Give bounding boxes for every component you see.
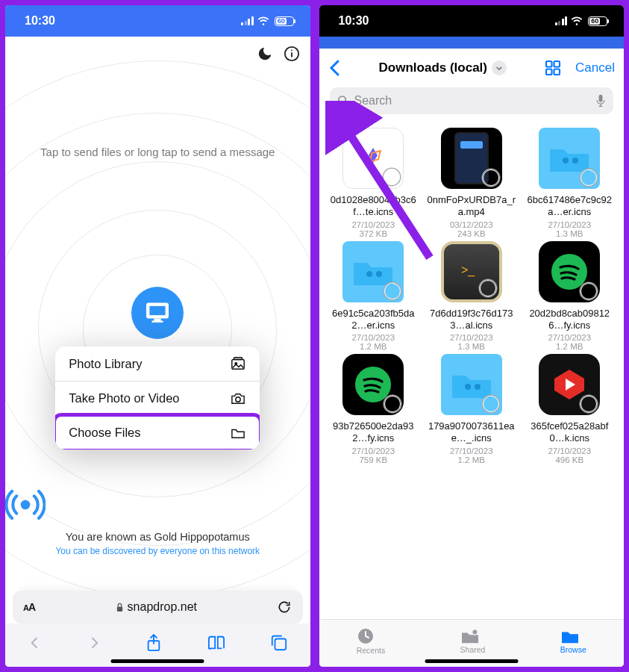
svg-rect-5 bbox=[154, 319, 161, 321]
select-circle-icon[interactable] bbox=[384, 283, 401, 299]
share-icon[interactable] bbox=[145, 633, 162, 653]
select-circle-icon[interactable] bbox=[483, 396, 499, 412]
svg-point-23 bbox=[366, 271, 372, 277]
reader-aa-icon[interactable]: AA bbox=[23, 601, 35, 613]
file-thumb bbox=[539, 241, 600, 302]
clock-icon bbox=[357, 627, 386, 645]
info-icon[interactable] bbox=[284, 46, 300, 62]
svg-point-19 bbox=[339, 96, 345, 103]
browse-folder-icon bbox=[560, 628, 586, 644]
device-avatar[interactable] bbox=[131, 287, 184, 339]
svg-rect-7 bbox=[232, 360, 244, 370]
file-item[interactable]: 6bc617486e7c9c92a…er.icns27/10/20231.3 M… bbox=[523, 128, 617, 238]
dark-mode-icon[interactable] bbox=[257, 46, 273, 62]
back-chevron-icon[interactable] bbox=[328, 59, 342, 77]
cancel-button[interactable]: Cancel bbox=[575, 60, 615, 75]
file-item[interactable]: 179a9070073611eae…_.icns27/10/20231.2 MB bbox=[425, 354, 519, 464]
file-size: 1.2 MB bbox=[327, 342, 421, 351]
file-size: 1.2 MB bbox=[523, 342, 617, 351]
svg-text:>_: >_ bbox=[461, 264, 475, 277]
file-size: 372 KB bbox=[327, 229, 421, 238]
menu-label: Photo Library bbox=[69, 357, 142, 371]
file-date: 27/10/2023 bbox=[327, 220, 421, 229]
status-bar: 10:30 60 bbox=[319, 5, 625, 37]
file-item[interactable]: 365fcef025a28abf0…k.icns27/10/2023496 KB bbox=[523, 354, 617, 464]
photos-icon bbox=[230, 356, 246, 371]
search-field[interactable]: Search bbox=[330, 87, 614, 114]
menu-photo-library[interactable]: Photo Library bbox=[55, 346, 260, 382]
battery-icon: 60 bbox=[588, 16, 607, 26]
file-thumb bbox=[342, 354, 404, 415]
tab-browse[interactable]: Browse bbox=[560, 628, 586, 654]
nav-forward-icon[interactable] bbox=[87, 635, 101, 650]
file-date: 27/10/2023 bbox=[523, 333, 617, 342]
folder-title[interactable]: Downloads (local) bbox=[379, 60, 487, 75]
file-name: 6e91c5ca203fb5da2…er.icns bbox=[328, 308, 418, 332]
select-circle-icon[interactable] bbox=[384, 396, 401, 412]
cellular-icon bbox=[555, 16, 568, 25]
file-size: 759 KB bbox=[327, 455, 421, 464]
file-size: 1.2 MB bbox=[425, 455, 519, 464]
svg-rect-20 bbox=[599, 95, 603, 102]
file-item[interactable]: 93b726500e2da932…fy.icns27/10/2023759 KB bbox=[327, 354, 421, 464]
battery-icon: 60 bbox=[275, 16, 294, 26]
wifi-icon bbox=[257, 16, 269, 25]
file-thumb bbox=[441, 354, 502, 415]
svg-point-10 bbox=[236, 396, 240, 401]
discoverable-text: You can be discovered by everyone on thi… bbox=[5, 546, 310, 556]
svg-rect-12 bbox=[116, 606, 122, 611]
svg-rect-14 bbox=[275, 638, 286, 650]
file-item[interactable]: 20d2bd8cab098126…fy.icns27/10/20231.2 MB bbox=[523, 241, 617, 352]
file-size: 496 KB bbox=[523, 455, 617, 464]
select-circle-icon[interactable] bbox=[581, 169, 597, 186]
svg-point-32 bbox=[472, 629, 477, 635]
search-icon bbox=[337, 95, 349, 107]
folder-icon bbox=[230, 426, 246, 440]
broadcast-icon bbox=[5, 485, 310, 525]
select-circle-icon[interactable] bbox=[480, 280, 496, 296]
view-grid-icon[interactable] bbox=[544, 59, 562, 77]
menu-take-photo[interactable]: Take Photo or Video bbox=[55, 382, 260, 416]
file-size: 1.3 MB bbox=[523, 229, 617, 238]
svg-rect-15 bbox=[546, 61, 552, 67]
reload-icon[interactable] bbox=[277, 600, 292, 615]
file-size: 1.3 MB bbox=[425, 342, 519, 351]
app-tint-strip bbox=[319, 37, 625, 49]
file-name: 0d1028e8004db3c6f…te.icns bbox=[328, 194, 418, 219]
file-item[interactable]: 0d1028e8004db3c6f…te.icns27/10/2023372 K… bbox=[327, 128, 421, 238]
select-circle-icon[interactable] bbox=[581, 283, 597, 299]
bookmarks-icon[interactable] bbox=[207, 635, 226, 651]
file-thumb: >_ bbox=[441, 241, 502, 302]
home-indicator bbox=[111, 659, 204, 663]
svg-rect-16 bbox=[554, 61, 560, 67]
device-name-text: You are known as Gold Hippopotamus bbox=[5, 531, 310, 543]
cellular-icon bbox=[241, 16, 254, 25]
tab-shared[interactable]: Shared bbox=[460, 628, 486, 654]
url-text: snapdrop.net bbox=[128, 600, 197, 614]
file-item[interactable]: >_7d6dd19f3c76d1733…al.icns27/10/20231.3… bbox=[425, 241, 519, 352]
tabs-icon[interactable] bbox=[270, 634, 288, 652]
select-circle-icon[interactable] bbox=[581, 396, 597, 412]
svg-point-24 bbox=[376, 271, 382, 277]
file-name: 7d6dd19f3c76d1733…al.icns bbox=[427, 308, 516, 332]
select-circle-icon[interactable] bbox=[384, 169, 400, 185]
file-item[interactable]: 0nmFoPxURDB7a_ra.mp403/12/2023243 KB bbox=[425, 128, 519, 238]
file-date: 03/12/2023 bbox=[425, 220, 519, 229]
nav-back-icon[interactable] bbox=[28, 635, 43, 650]
file-date: 27/10/2023 bbox=[425, 333, 519, 342]
tab-recents[interactable]: Recents bbox=[357, 627, 386, 655]
shared-folder-icon bbox=[460, 628, 486, 644]
file-item[interactable]: 6e91c5ca203fb5da2…er.icns27/10/20231.2 M… bbox=[327, 241, 421, 352]
folder-dropdown-icon[interactable] bbox=[492, 60, 507, 75]
files-nav: Downloads (local) Cancel bbox=[319, 49, 625, 87]
file-thumb bbox=[539, 128, 600, 189]
svg-point-22 bbox=[572, 158, 578, 164]
menu-choose-files[interactable]: Choose Files bbox=[55, 416, 260, 449]
address-bar[interactable]: AA snapdrop.net bbox=[13, 591, 303, 623]
file-date: 27/10/2023 bbox=[523, 447, 617, 455]
file-thumb bbox=[441, 128, 502, 189]
lock-icon bbox=[116, 603, 124, 612]
select-circle-icon[interactable] bbox=[483, 169, 499, 186]
svg-point-29 bbox=[475, 384, 481, 390]
mic-icon[interactable] bbox=[595, 94, 606, 108]
